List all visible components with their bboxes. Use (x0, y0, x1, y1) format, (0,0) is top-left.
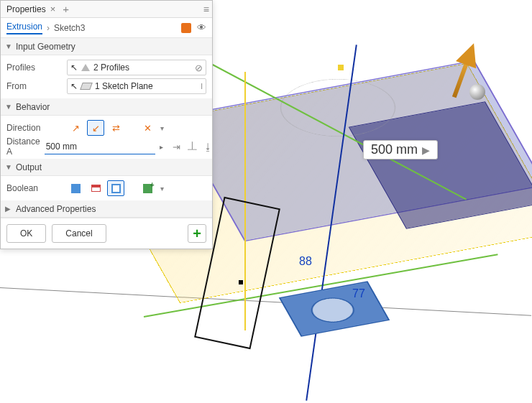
panel-title: Properties (6, 4, 46, 14)
visibility-icon[interactable] (197, 22, 206, 33)
profile-icon (81, 64, 90, 71)
row-profiles: Profiles ↖ 2 Profiles ⊘ (1, 58, 212, 77)
boolean-intersect-button[interactable] (107, 180, 124, 196)
section-advanced[interactable]: ▶ Advanced Properties (1, 200, 212, 218)
dimension-88[interactable]: 88 (299, 255, 312, 268)
panel-titlebar: Properties × + ≡ (1, 1, 212, 18)
clear-profiles-icon[interactable]: ⊘ (195, 62, 203, 73)
chevron-right-icon: › (47, 23, 50, 33)
properties-panel: Properties × + ≡ Extrusion › Sketch3 ▼ I… (0, 0, 213, 249)
row-boolean: Boolean ▾ (1, 179, 212, 198)
ground-line (0, 287, 531, 316)
breadcrumb: Extrusion › Sketch3 (1, 18, 212, 38)
row-from: From ↖ 1 Sketch Plane I (1, 77, 212, 96)
direction-flip-button[interactable]: ↙ (87, 120, 104, 136)
manipulator-sphere[interactable] (469, 84, 485, 100)
section-label: Behavior (16, 102, 50, 112)
sketch-point (338, 65, 344, 70)
from-label: From (6, 81, 63, 91)
section-behavior[interactable]: ▼ Behavior (1, 98, 212, 116)
boolean-new-solid-button[interactable] (139, 180, 156, 196)
section-label: Advanced Properties (16, 204, 96, 214)
origin-point (239, 280, 243, 284)
section-label: Output (16, 162, 42, 172)
direction-label: Direction (6, 123, 63, 133)
close-icon[interactable]: × (50, 4, 56, 14)
distance-a-input[interactable] (45, 139, 155, 154)
profiles-label: Profiles (6, 62, 63, 73)
direction-default-button[interactable]: ↗ (67, 120, 84, 136)
caret-down-icon: ▼ (5, 163, 12, 171)
add-feature-button[interactable]: + (188, 224, 206, 243)
plane-icon (80, 83, 93, 90)
caret-down-icon: ▼ (5, 42, 12, 50)
feature-color-icon[interactable] (181, 23, 191, 33)
breadcrumb-extrusion[interactable]: Extrusion (6, 22, 42, 34)
distance-a-measure-icon[interactable]: ▸ (160, 139, 163, 154)
boolean-label: Boolean (6, 183, 63, 193)
cursor-icon: ↖ (70, 81, 78, 91)
ok-button[interactable]: OK (6, 224, 46, 243)
dimension-77[interactable]: 77 (352, 287, 365, 300)
chevron-down-icon[interactable]: ▾ (160, 124, 164, 132)
boolean-cut-button[interactable] (87, 180, 104, 196)
section-label: Input Geometry (16, 42, 75, 52)
from-dropdown-icon[interactable]: I (201, 83, 203, 91)
through-all-icon[interactable]: ⭳ (202, 139, 215, 154)
to-face-icon[interactable]: 丄 (186, 139, 199, 154)
direction-asymmetric-button[interactable]: ✕ (139, 120, 156, 136)
caret-down-icon: ▼ (5, 103, 12, 111)
from-value: 1 Sketch Plane (95, 81, 153, 91)
caret-right-icon: ▶ (5, 205, 12, 213)
row-distance-a: Distance A ▸ ⇥ 丄 ⭳ (1, 137, 212, 156)
to-next-icon[interactable]: ⇥ (170, 139, 183, 154)
profiles-value: 2 Profiles (93, 62, 129, 73)
distance-value: 500 mm (371, 142, 418, 157)
cancel-button[interactable]: Cancel (52, 224, 106, 243)
breadcrumb-sketch[interactable]: Sketch3 (54, 23, 85, 33)
section-input-geometry[interactable]: ▼ Input Geometry (1, 38, 212, 55)
section-output[interactable]: ▼ Output (1, 159, 212, 176)
distance-badge[interactable]: 500 mm ▶ (363, 140, 438, 159)
boolean-join-button[interactable] (67, 180, 84, 196)
add-tab-icon[interactable]: + (63, 3, 69, 15)
distance-play-icon[interactable]: ▶ (422, 144, 430, 156)
panel-menu-icon[interactable]: ≡ (203, 4, 209, 15)
profiles-picker[interactable]: ↖ 2 Profiles ⊘ (67, 60, 206, 75)
from-picker[interactable]: ↖ 1 Sketch Plane I (67, 78, 206, 94)
row-direction: Direction ↗ ↙ ⇄ ✕ ▾ (1, 119, 212, 137)
panel-footer: OK Cancel + (1, 218, 212, 249)
distance-a-label: Distance A (6, 136, 40, 157)
cursor-icon: ↖ (70, 62, 78, 73)
direction-symmetric-button[interactable]: ⇄ (107, 120, 124, 136)
chevron-down-icon[interactable]: ▾ (160, 185, 164, 193)
